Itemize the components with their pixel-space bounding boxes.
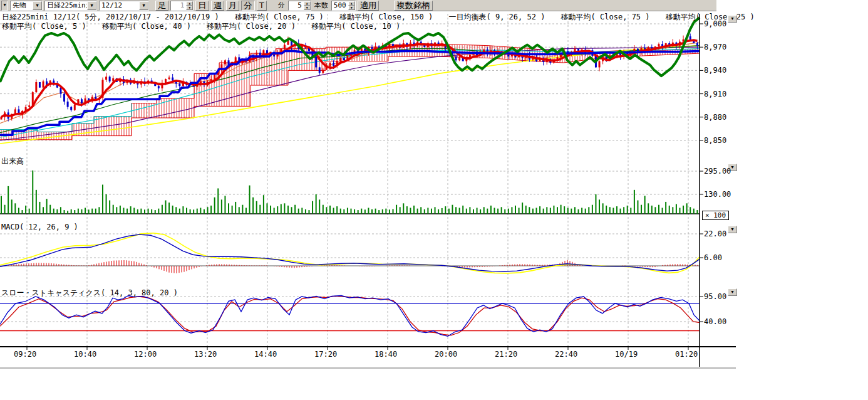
axis-value-label: 22.00 <box>704 230 726 238</box>
chart-canvas[interactable] <box>0 0 868 389</box>
legend-ma75: 移動平均( Close, 75 ) <box>235 13 324 21</box>
axis-value-label: 8,850 <box>704 137 726 144</box>
axis-value-label: 95.00 <box>704 293 726 300</box>
axis-value-label: 40.00 <box>704 318 726 325</box>
chevron-down-icon: ▼ <box>730 16 735 21</box>
stoch-pane-menu-button[interactable]: ▼ <box>728 288 737 296</box>
time-axis-label: 13:20 <box>194 350 217 359</box>
legend-ma150: 移動平均( Close, 150 ) <box>339 13 433 21</box>
legend-ma10: 移動平均( Close, 10 ) <box>311 22 400 31</box>
legend-ma20: 移動平均( Close, 20 ) <box>207 22 296 31</box>
time-axis-label: 09:20 <box>14 350 36 359</box>
volume-unit-box: × 100 <box>702 211 729 220</box>
axis-value-label: 8,910 <box>704 90 726 98</box>
chart-title: 日経225mini 12/12( 5分, 2012/10/17 - 2012/1… <box>2 13 219 21</box>
chart-application-window: ▼ 先物 ▼ 日経225mini ▼ 12/12 ▼ 足 1 ▲▼ 日 週 月 … <box>0 0 868 400</box>
axis-value-label: 8,940 <box>704 66 726 74</box>
volume-pane-label: 出来高 <box>1 157 24 166</box>
axis-value-label: 8,880 <box>704 113 726 121</box>
legend-ma75b: 移動平均( Close, 75 ) <box>561 13 650 21</box>
time-axis-label: 17:20 <box>314 350 337 359</box>
time-axis-label: 21:20 <box>495 350 517 359</box>
stochastics-pane-label: スロー・ストキャスティクス( 14, 3, 80, 20 ) <box>1 289 178 297</box>
time-axis-label: 10/19 <box>615 350 638 359</box>
time-axis-label: 01:20 <box>675 350 698 359</box>
time-axis-label: 12:00 <box>134 350 157 359</box>
price-pane-menu-button[interactable]: ▼ <box>728 15 737 23</box>
chart-title-legend-row2: 移動平均( Close, 5 ) 移動平均( Close, 40 ) 移動平均(… <box>2 23 411 31</box>
axis-value-label: 6.00 <box>704 254 722 261</box>
time-axis-label: 20:00 <box>435 350 457 359</box>
time-axis-label: 10:40 <box>74 350 96 359</box>
time-axis-labels: 09:2010:4012:0013:2014:4017:2018:4020:00… <box>0 350 700 359</box>
macd-pane-menu-button[interactable]: ▼ <box>728 226 737 233</box>
chevron-down-icon: ▼ <box>730 227 735 231</box>
time-axis-label: 14:40 <box>254 350 277 359</box>
chart-title-legend-row1: 日経225mini 12/12( 5分, 2012/10/17 - 2012/1… <box>2 13 766 21</box>
axis-value-label: 295.00 <box>704 167 731 175</box>
legend-ichimoku: 一目均衡表( 9, 26, 52 ) <box>448 13 545 21</box>
legend-ma5: 移動平均( Close, 5 ) <box>2 22 86 31</box>
axis-value-label: 8,970 <box>704 43 726 51</box>
macd-pane-label: MACD( 12, 26, 9 ) <box>1 223 78 231</box>
chevron-down-icon: ▼ <box>730 290 735 294</box>
legend-ma40: 移動平均( Close, 40 ) <box>102 22 191 31</box>
time-axis-label: 18:40 <box>375 350 397 359</box>
axis-value-label: 130.00 <box>704 191 731 198</box>
time-axis-label: 22:40 <box>555 350 577 359</box>
axis-value-label: 9,000 <box>704 20 726 28</box>
